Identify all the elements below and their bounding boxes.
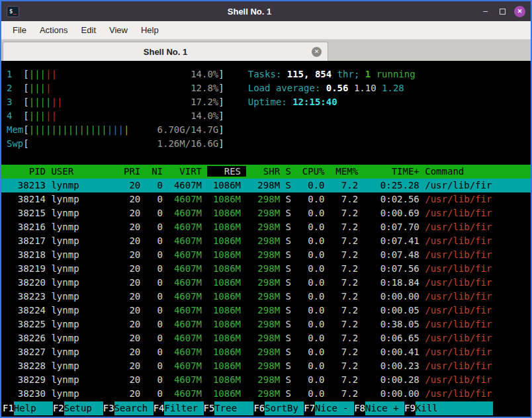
cell-cpu: 0.0 (296, 319, 330, 329)
maximize-button[interactable] (497, 6, 508, 17)
fkey-f9-kill[interactable]: F9Kill (404, 401, 455, 415)
cell-s: S (286, 305, 297, 315)
fkey-f7-nice[interactable]: F7Nice - (304, 401, 354, 415)
fkey-f2-setup[interactable]: F2Setup (53, 401, 103, 415)
tab-shell[interactable]: Shell No. 1 ✕ (3, 42, 328, 61)
process-row-selected[interactable]: 38213 lynmp 20 0 4607M 1086M 298M S 0.0 … (1, 179, 531, 192)
cell-virt: 4607M (168, 360, 207, 371)
swap-meter-value: 1.26M/16.6G (157, 137, 219, 151)
cell-mem: 7.2 (330, 291, 364, 302)
menu-view[interactable]: View (103, 22, 134, 38)
fkey-f3-search[interactable]: F3Search (103, 401, 154, 415)
meter-tick-blue: ||| (107, 124, 124, 135)
cpu-meter-4-ticks: ||||| (29, 109, 57, 123)
cell-s: S (286, 263, 297, 274)
process-row[interactable]: 38228 lynmp 20 0 4607M 1086M 298M S 0.0 … (1, 359, 531, 373)
column-header-s[interactable]: S (286, 166, 297, 177)
menu-help[interactable]: Help (135, 22, 165, 38)
close-button[interactable]: ✕ (514, 6, 525, 17)
cell-virt: 4607M (168, 249, 207, 260)
running-count: 1 (365, 69, 377, 79)
cell-s: S (286, 333, 297, 343)
meter-bracket-close: ] (218, 97, 224, 107)
cell-command: /usr/lib/fir (425, 277, 492, 288)
menu-file[interactable]: File (7, 22, 32, 38)
fkey-f5-tree[interactable]: F5Tree (204, 401, 254, 415)
cell-pri: 20 (124, 263, 146, 274)
cell-command: /usr/lib/fir (425, 235, 492, 246)
process-row[interactable]: 38229 lynmp 20 0 4607M 1086M 298M S 0.0 … (1, 373, 531, 387)
column-header-command[interactable]: Command (425, 166, 464, 177)
terminal-screen[interactable]: 1 [|||||14.0%]2 [||||12.8%]3 [||||||17.2… (1, 61, 531, 417)
column-header-time[interactable]: TIME+ (364, 166, 425, 177)
cell-pri: 20 (124, 249, 146, 260)
cell-mem: 7.2 (330, 360, 364, 371)
fkey-f8-nice[interactable]: F8Nice + (354, 401, 404, 415)
meter-tick-red: || (46, 110, 57, 121)
cell-virt: 4607M (168, 263, 207, 274)
memory-meter: Mem[||||||||||||||||||6.70G/14.7G] (7, 123, 224, 137)
column-header-pid[interactable]: PID (7, 166, 51, 177)
cell-s: S (286, 374, 297, 385)
meter-bracket-open: [ (23, 83, 28, 93)
cell-shr: 298M (246, 347, 285, 357)
menu-edit[interactable]: Edit (75, 22, 102, 38)
process-row[interactable]: 38226 lynmp 20 0 4607M 1086M 298M S 0.0 … (1, 331, 531, 345)
meters-panel: 1 [|||||14.0%]2 [||||12.8%]3 [||||||17.2… (7, 67, 224, 151)
fkey-key-label: F7 (304, 401, 315, 415)
process-row[interactable]: 38223 lynmp 20 0 4607M 1086M 298M S 0.0 … (1, 290, 531, 304)
fkey-key-label: F8 (354, 401, 365, 415)
process-row[interactable]: 38217 lynmp 20 0 4607M 1086M 298M S 0.0 … (1, 234, 531, 248)
cell-pid: 38213 (7, 180, 51, 190)
cell-time: 0:07.56 (364, 263, 425, 274)
cell-pid: 38228 (7, 360, 51, 371)
process-row[interactable]: 38214 lynmp 20 0 4607M 1086M 298M S 0.0 … (1, 192, 531, 206)
process-row[interactable]: 38230 lynmp 20 0 4607M 1086M 298M S 0.0 … (1, 387, 531, 401)
thr-label: thr; (337, 69, 365, 79)
cell-time: 0:02.56 (364, 194, 425, 204)
meter-bracket-close: ] (218, 83, 224, 93)
tab-close-icon[interactable]: ✕ (312, 47, 322, 57)
process-row[interactable]: 38219 lynmp 20 0 4607M 1086M 298M S 0.0 … (1, 262, 531, 276)
meter-bracket-open: [ (23, 124, 28, 135)
process-row[interactable]: 38225 lynmp 20 0 4607M 1086M 298M S 0.0 … (1, 317, 531, 331)
titlebar[interactable]: $_ Shell No. 1 – ✕ (1, 1, 531, 21)
column-header-ni[interactable]: NI (146, 166, 169, 177)
cell-s: S (286, 208, 297, 218)
column-header-pri[interactable]: PRI (124, 166, 146, 177)
menu-actions[interactable]: Actions (34, 22, 74, 38)
fkey-f6-sortby[interactable]: F6SortBy (253, 401, 304, 415)
process-row[interactable]: 38227 lynmp 20 0 4607M 1086M 298M S 0.0 … (1, 345, 531, 359)
fkey-key-label: F9 (404, 401, 416, 415)
process-row[interactable]: 38224 lynmp 20 0 4607M 1086M 298M S 0.0 … (1, 304, 531, 317)
cpu-meter-3-ticks: |||||| (29, 95, 63, 109)
cell-time: 0:00.23 (364, 360, 425, 371)
cell-shr: 298M (246, 305, 285, 315)
cell-mem: 7.2 (330, 180, 364, 190)
process-row[interactable]: 38216 lynmp 20 0 4607M 1086M 298M S 0.0 … (1, 220, 531, 234)
cell-ni: 0 (146, 388, 169, 399)
swap-meter-label: Swp (7, 138, 23, 149)
cell-cpu: 0.0 (296, 360, 330, 371)
cell-shr: 298M (246, 194, 285, 204)
cell-shr: 298M (246, 360, 285, 371)
column-header-shr[interactable]: SHR (246, 166, 285, 177)
fkey-f4-filter[interactable]: F4Filter (154, 401, 204, 415)
cell-ni: 0 (146, 263, 169, 274)
column-header-user[interactable]: USER (51, 166, 124, 177)
process-row[interactable]: 38218 lynmp 20 0 4607M 1086M 298M S 0.0 … (1, 248, 531, 262)
column-header-cpu[interactable]: CPU% (296, 166, 330, 177)
process-row[interactable]: 38215 lynmp 20 0 4607M 1086M 298M S 0.0 … (1, 206, 531, 220)
fkey-bar-filler (455, 401, 493, 415)
uptime-value: 12:15:40 (292, 97, 337, 107)
load-one: 0.56 (326, 83, 354, 93)
tasks-label: Tasks: (248, 69, 287, 79)
column-header-res[interactable]: RES (207, 166, 246, 177)
process-row[interactable]: 38220 lynmp 20 0 4607M 1086M 298M S 0.0 … (1, 276, 531, 290)
cell-time: 0:07.41 (364, 235, 425, 246)
column-header-virt[interactable]: VIRT (168, 166, 207, 177)
minimize-button[interactable]: – (480, 6, 491, 17)
load-average-line: Load average: 0.56 1.10 1.28 (248, 81, 416, 95)
fkey-f1-help[interactable]: F1Help (3, 401, 53, 415)
column-header-mem[interactable]: MEM% (330, 166, 364, 177)
